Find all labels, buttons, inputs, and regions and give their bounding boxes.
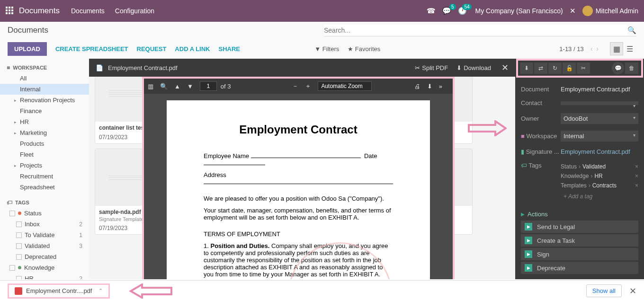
sidebar-item-all[interactable]: All — [0, 73, 89, 84]
sidebar-item-spreadsheet[interactable]: Spreadsheet — [0, 182, 89, 193]
zoom-in-icon[interactable]: ＋ — [305, 82, 311, 90]
nav-documents[interactable]: Documents — [71, 7, 105, 15]
list-view-icon[interactable]: ☰ — [623, 42, 636, 55]
sidebar-item-marketing[interactable]: ▸Marketing — [0, 127, 89, 138]
pager-text: 1-13 / 13 — [559, 45, 583, 53]
action-sign[interactable]: ▶Sign — [521, 248, 638, 260]
main: container list test07/19/2023 Test sampl… — [89, 59, 515, 279]
upload-button[interactable]: UPLOAD — [8, 42, 47, 56]
download-pdf-icon[interactable]: ⬇ — [427, 83, 432, 90]
pdf-viewer: ▥ 🔍 ▲ ▼ of 3 － ＋ Automatic Zoom 🖨 ⬇ » — [142, 77, 455, 279]
messages-icon[interactable]: 💬5 — [442, 7, 451, 15]
page-title: Documents — [8, 26, 48, 35]
filters-button[interactable]: ▼ Filters — [314, 45, 339, 53]
pdf-toolbar: ▥ 🔍 ▲ ▼ of 3 － ＋ Automatic Zoom 🖨 ⬇ » — [144, 79, 453, 94]
settings-icon[interactable]: ✕ — [570, 7, 576, 15]
tag-chip[interactable]: Templates›Contracts× — [561, 181, 638, 190]
share-button[interactable]: SHARE — [219, 45, 241, 53]
replace-icon[interactable]: ↻ — [548, 62, 562, 74]
page-down-icon[interactable]: ▼ — [187, 83, 193, 90]
sidebar-item-internal[interactable]: Internal — [0, 84, 89, 95]
sidebar-item-finance[interactable]: Finance — [0, 106, 89, 116]
contact-select[interactable] — [561, 101, 638, 105]
toolbar: UPLOAD CREATE SPREADSHEET REQUEST ADD A … — [0, 39, 644, 59]
remove-tag-icon[interactable]: × — [635, 163, 638, 170]
pager-next-icon[interactable]: › — [596, 45, 599, 53]
lock-icon[interactable]: 🔓 — [563, 62, 576, 74]
split-icon[interactable]: ✂ — [577, 62, 590, 74]
show-all-button[interactable]: Show all — [586, 284, 622, 297]
close-downloads-icon[interactable]: ✕ — [629, 286, 636, 296]
user-name[interactable]: Mitchell Admin — [596, 7, 638, 15]
split-pdf-button[interactable]: ✂ Split PDF — [415, 64, 448, 71]
tag-validated[interactable]: Validated3 — [0, 240, 89, 251]
search-icon[interactable]: 🔍 — [627, 26, 636, 35]
sidebar-item-recruitment[interactable]: Recruitment — [0, 171, 89, 182]
close-preview-icon[interactable]: ✕ — [501, 62, 509, 73]
preview-filename: Employment Contract.pdf — [108, 64, 178, 71]
sidebar-toggle-icon[interactable]: ▥ — [148, 83, 153, 90]
search-input[interactable] — [324, 25, 627, 36]
page-up-icon[interactable]: ▲ — [174, 83, 180, 90]
content: ■WORKSPACE All Internal ▸Renovation Proj… — [0, 59, 644, 279]
sidebar-item-products[interactable]: Products — [0, 138, 89, 149]
header: Documents 🔍 — [0, 22, 644, 39]
page-total: of 3 — [221, 83, 231, 90]
tag-tovalidate[interactable]: To Validate1 — [0, 230, 89, 240]
chevron-up-icon[interactable]: ⌃ — [98, 288, 103, 294]
more-tools-icon[interactable]: » — [439, 83, 442, 90]
pager-prev-icon[interactable]: ‹ — [590, 45, 593, 53]
highlight-arrow-right — [468, 120, 507, 136]
company-selector[interactable]: My Company (San Francisco) — [475, 7, 563, 15]
archive-icon[interactable]: 🗑 — [625, 62, 638, 74]
nav-configuration[interactable]: Configuration — [115, 7, 154, 15]
tag-inbox[interactable]: Inbox2 — [0, 219, 89, 230]
activities-icon[interactable]: 🕐54 — [458, 7, 467, 15]
request-button[interactable]: REQUEST — [137, 45, 167, 53]
kanban-view-icon[interactable]: ▦ — [610, 42, 623, 55]
favorites-button[interactable]: ★ Favorites — [348, 45, 380, 53]
tag-chip[interactable]: Knowledge›HR× — [561, 171, 638, 181]
sidebar-item-fleet[interactable]: Fleet — [0, 149, 89, 160]
pdf-title: Employment Contract — [204, 123, 393, 136]
action-create-task[interactable]: ▶Create a Task — [521, 234, 638, 247]
print-icon[interactable]: 🖨 — [414, 83, 420, 90]
find-icon[interactable]: 🔍 — [160, 83, 168, 90]
zoom-select[interactable]: Automatic Zoom — [318, 81, 371, 91]
phone-icon[interactable]: ☎ — [427, 7, 436, 15]
preview-bar: 📄 Employment Contract.pdf ✂ Split PDF ⬇ … — [89, 59, 515, 77]
sidebar-item-projects[interactable]: ▸Projects — [0, 160, 89, 171]
tag-deprecated[interactable]: Deprecated — [0, 251, 89, 262]
activities-badge: 54 — [462, 4, 471, 10]
signature-link[interactable]: Employment Contract.pdf — [561, 148, 638, 155]
actions-header: ▶Actions — [521, 206, 638, 221]
chat-icon[interactable]: 💬 — [612, 62, 624, 74]
add-link-button[interactable]: ADD A LINK — [175, 45, 210, 53]
sidebar-item-hr[interactable]: ▸HR — [0, 116, 89, 127]
download-button[interactable]: ⬇ Download — [456, 64, 491, 71]
workspace-select[interactable]: Internal — [561, 131, 638, 142]
add-tag-input[interactable]: + Add a tag — [561, 190, 638, 203]
create-spreadsheet-button[interactable]: CREATE SPREADSHEET — [55, 45, 128, 53]
tag-hr[interactable]: HR2 — [0, 273, 89, 279]
remove-tag-icon[interactable]: × — [635, 182, 638, 189]
tag-knowledge[interactable]: Knowledge — [0, 262, 89, 273]
page-input[interactable] — [200, 81, 217, 91]
remove-tag-icon[interactable]: × — [635, 173, 638, 179]
tags-header: 🏷TAGS — [0, 197, 89, 208]
download-icon[interactable]: ⬇ — [520, 62, 533, 74]
action-send-legal[interactable]: ▶Send to Legal — [521, 221, 638, 233]
share-icon[interactable]: ⇄ — [534, 62, 547, 74]
sidebar-item-renovation[interactable]: ▸Renovation Projects — [0, 95, 89, 106]
messages-badge: 5 — [449, 4, 456, 10]
doc-name-field[interactable]: Employment Contract.pdf — [561, 86, 638, 93]
zoom-out-icon[interactable]: － — [292, 82, 298, 90]
owner-select[interactable]: OdooBot — [561, 113, 638, 124]
tag-status[interactable]: Status — [0, 208, 89, 219]
tag-chip[interactable]: Status›Validated× — [561, 162, 638, 171]
download-chip[interactable]: Employment Contr....pdf ⌃ — [8, 283, 110, 299]
panel-actions: ⬇ ⇄ ↻ 🔓 ✂ 💬 🗑 — [516, 59, 643, 78]
avatar[interactable] — [582, 6, 593, 16]
action-deprecate[interactable]: ▶Deprecate — [521, 262, 638, 274]
apps-icon[interactable] — [6, 7, 14, 15]
